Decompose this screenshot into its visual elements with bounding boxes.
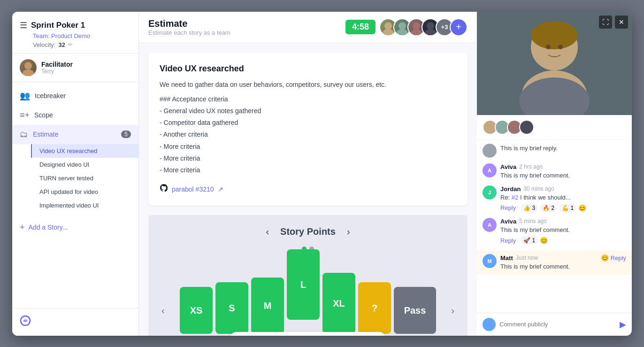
github-link[interactable]: parabol #3210 ↗ [160,184,456,194]
sidebar-bottom [12,308,138,336]
story-item-0[interactable]: Video UX researched [31,144,138,158]
criteria-1: - Competitor data gathered [160,117,456,129]
main-body: Video UX researched We need to gather da… [139,43,477,336]
chat-avatar-msg-3: J [483,185,497,200]
icebreaker-icon: 👥 [20,91,30,101]
card-s[interactable]: S [215,282,248,334]
criteria-header: ### Acceptance criteria [160,93,456,105]
svg-point-18 [546,45,551,49]
reply-button-3[interactable]: Reply [500,204,516,211]
chat-name-4: Aviva [500,218,516,225]
right-panel: ⛶ ✕ This is my brief reply. [477,12,632,336]
chat-section: This is my brief reply. A Aviva 2 hrs ag… [477,115,632,336]
reaction-fire-3[interactable]: 🔥 2 [540,204,557,212]
card-m[interactable]: M [251,278,284,334]
reply-button-5[interactable]: Reply [611,254,626,262]
story-list: Video UX researched Designed video UI TU… [12,144,138,212]
story-title: Video UX researched [160,64,456,74]
chat-avatar-msg-1 [483,144,497,158]
hamburger-icon[interactable]: ☰ [20,20,27,31]
cards-row: ‹ XS S M L XL ? Pass › [158,259,458,335]
team-label: Team: Product Demo [33,32,131,39]
criteria-2: - Another criteria [160,129,456,140]
send-button[interactable]: ▶ [620,319,626,330]
svg-point-0 [24,62,32,69]
story-card: Video UX researched We need to gather da… [148,53,468,206]
nav-items: 👥 Icebreaker ≡+ Scope 🗂 Estimate 5 Video… [12,82,138,216]
poker-prev-arrow[interactable]: ‹ [262,224,273,239]
card-q[interactable]: ? [358,282,391,334]
card-pass[interactable]: Pass [394,287,436,334]
page-subtitle: Estimate each story as a team [148,29,230,36]
poker-header: ‹ Story Points › [158,224,458,239]
emoji-picker-4[interactable]: 😊 [540,237,548,244]
story-item-4[interactable]: Implemented video UI [31,199,138,212]
reaction-rocket-4[interactable]: 🚀 1 [521,236,538,245]
chat-avatar-msg-4: A [483,218,497,232]
chat-text-3: Re: #2 I think we should... [500,193,626,202]
app-window: ☰ Sprint Poker 1 Team: Product Demo Velo… [12,12,632,336]
chat-input-row: ▶ [477,313,632,336]
sidebar-item-scope[interactable]: ≡+ Scope [12,106,138,125]
reply-button-4[interactable]: Reply [500,237,516,244]
facilitator-avatar [20,59,37,76]
current-user-avatar [483,318,496,331]
chat-input[interactable] [499,321,616,328]
criteria-5: - More criteria [160,164,456,176]
chat-text-1: This is my brief reply. [500,145,558,152]
chat-message-4: A Aviva 5 mins ago This is my brief comm… [483,218,626,245]
edit-velocity-icon[interactable]: ✏ [68,41,73,48]
cards-prev-arrow[interactable]: ‹ [161,305,165,316]
poker-section: ‹ Story Points › ‹ XS S M L XL ? Pass [148,215,468,335]
story-description: We need to gather data on user behaviors… [160,79,456,90]
chat-avatar-4 [519,120,534,135]
card-xs[interactable]: XS [180,287,213,334]
chat-text-4: This is my brief comment. [500,226,626,234]
chat-time-5: Just now [516,254,538,261]
sidebar-item-estimate[interactable]: 🗂 Estimate 5 [12,125,138,144]
emoji-picker-3[interactable]: 😊 [578,204,586,212]
parabol-logo-icon [20,315,31,329]
svg-point-9 [427,22,434,30]
chat-avatars-row [477,115,632,140]
fullscreen-button[interactable]: ⛶ [599,15,612,29]
story-item-1[interactable]: Designed video UI [31,158,138,171]
svg-point-19 [558,45,563,49]
app-title: Sprint Poker 1 [31,21,85,30]
estimate-badge: 5 [121,131,131,138]
sidebar-header: ☰ Sprint Poker 1 Team: Product Demo Velo… [12,12,138,54]
cards-next-arrow[interactable]: › [451,305,454,316]
svg-point-6 [397,29,407,36]
icebreaker-label: Icebreaker [35,92,66,100]
video-section: ⛶ ✕ [477,12,632,115]
timer-display: 4:58 [345,20,376,34]
estimate-label: Estimate [33,131,58,138]
reaction-thumbs-3[interactable]: 👍 3 [521,204,538,212]
card-xl[interactable]: XL [322,273,355,334]
chat-messages: This is my brief reply. A Aviva 2 hrs ag… [477,140,632,313]
reaction-muscle-3[interactable]: 💪 1 [559,204,576,212]
github-link-text: parabol #3210 [172,185,214,193]
story-item-2[interactable]: TURN server tested [31,171,138,185]
chat-message-1: This is my brief reply. [483,144,626,158]
scope-icon: ≡+ [20,110,30,120]
velocity-label: Velocity: [33,41,55,48]
svg-point-16 [531,21,578,49]
facilitator-section: Facilitator Terry [12,54,138,82]
sidebar: ☰ Sprint Poker 1 Team: Product Demo Velo… [12,12,139,336]
card-l[interactable]: L [287,249,320,320]
poker-next-arrow[interactable]: › [343,224,354,239]
add-story-button[interactable]: + Add a Story... [12,218,138,237]
chat-message-5: M Matt Just now 😊 Reply Th [477,250,632,275]
acceptance-criteria: ### Acceptance criteria - General video … [160,93,456,176]
chat-message-3: J Jordan 30 mins ago Re: #2 I think we s… [483,185,626,212]
facilitator-name: Facilitator [41,61,73,68]
svg-point-3 [384,22,392,30]
emoji-icon-5: 😊 [601,254,609,262]
chat-name-3: Jordan [500,185,521,193]
sidebar-item-icebreaker[interactable]: 👥 Icebreaker [12,86,138,106]
main-header: Estimate Estimate each story as a team 4… [139,12,477,43]
add-participant-button[interactable]: + [450,18,468,36]
story-item-3[interactable]: API updated for video [31,185,138,199]
close-video-button[interactable]: ✕ [615,15,628,29]
